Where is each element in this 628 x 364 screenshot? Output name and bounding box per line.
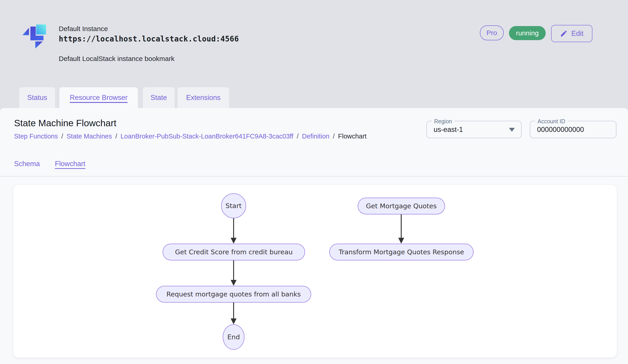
- breadcrumb-separator: /: [297, 133, 299, 140]
- flowchart-arrow: [231, 218, 236, 244]
- flowchart-canvas: Start Get Credit Score from credit burea…: [13, 185, 617, 358]
- flowchart-arrow: [398, 214, 404, 244]
- subtab-schema[interactable]: Schema: [14, 160, 40, 168]
- subtab-flowchart[interactable]: Flowchart: [55, 160, 85, 168]
- chevron-down-icon: [509, 128, 515, 132]
- breadcrumb-step-functions[interactable]: Step Functions: [14, 133, 58, 140]
- tab-extensions[interactable]: Extensions: [178, 87, 229, 108]
- flowchart-arrow: [231, 260, 236, 286]
- localstack-logo: [21, 24, 47, 49]
- edit-button[interactable]: Edit: [551, 25, 592, 42]
- flowchart-node-get-mortgage-quotes: Get Mortgage Quotes: [358, 198, 445, 214]
- tab-status[interactable]: Status: [19, 87, 55, 108]
- instance-description: Default LocalStack instance bookmark: [59, 55, 174, 62]
- breadcrumb-current: Flowchart: [338, 133, 367, 140]
- tab-state[interactable]: State: [143, 87, 175, 108]
- flowchart-node-transform-response: Transform Mortgage Quotes Response: [329, 244, 473, 260]
- breadcrumb-state-machine-name[interactable]: LoanBroker-PubSub-Stack-LoanBroker641FC9…: [120, 133, 293, 140]
- flowchart-node-start: Start: [221, 193, 246, 218]
- breadcrumb-state-machines[interactable]: State Machines: [67, 133, 112, 140]
- account-id-field: Account ID: [530, 121, 617, 138]
- breadcrumb-separator: /: [61, 133, 63, 140]
- breadcrumb-definition[interactable]: Definition: [302, 133, 329, 140]
- page-title: State Machine Flowchart: [14, 118, 116, 128]
- edit-button-label: Edit: [571, 29, 583, 38]
- pro-badge: Pro: [480, 25, 504, 40]
- breadcrumb-separator: /: [115, 133, 117, 140]
- tab-resource-browser[interactable]: Resource Browser: [59, 87, 138, 108]
- localstack-app: Default Instance https://localhost.local…: [0, 0, 628, 364]
- edit-pencil-icon: [560, 30, 568, 37]
- flowchart-node-get-credit-score: Get Credit Score from credit bureau: [163, 244, 305, 260]
- flowchart-node-request-quotes: Request mortgage quotes from all banks: [156, 286, 311, 303]
- breadcrumb-separator: /: [333, 133, 334, 140]
- divider: [0, 176, 628, 177]
- status-badge: running: [509, 26, 546, 40]
- region-select[interactable]: Region us-east-1: [426, 121, 522, 138]
- instance-name: Default Instance: [59, 25, 108, 32]
- flowchart-node-end: End: [223, 324, 244, 350]
- flowchart-arrow: [231, 303, 236, 324]
- breadcrumb: Step Functions / State Machines / LoanBr…: [14, 133, 367, 140]
- region-value: us-east-1: [434, 121, 463, 138]
- instance-url: https://localhost.localstack.cloud:4566: [59, 35, 239, 43]
- account-id-input[interactable]: [537, 122, 610, 137]
